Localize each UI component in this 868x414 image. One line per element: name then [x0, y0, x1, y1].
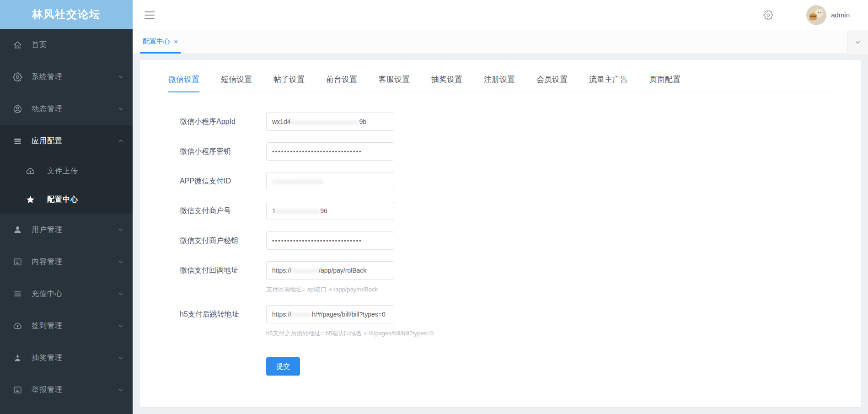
field-label: APP微信支付ID [180, 172, 266, 190]
tab-traffic-ads[interactable]: 流量主广告 [589, 74, 628, 92]
tab-service-settings[interactable]: 客服设置 [379, 74, 410, 92]
merchant-secret-input[interactable]: •••••••••••••••••••••••••••••• [266, 231, 394, 250]
input-value: h/#/pages/bill/bill?types=0 [312, 311, 386, 318]
sidebar-item-reports[interactable]: 举报管理 [0, 374, 133, 406]
tab-post-settings[interactable]: 帖子设置 [273, 74, 305, 92]
content-area: 微信设置 短信设置 帖子设置 前台设置 客服设置 抽奖设置 注册设置 会员设置 … [133, 54, 868, 414]
chevron-down-icon [117, 322, 124, 329]
sidebar-item-label: 动态管理 [32, 104, 63, 114]
redacted-value: xxxxxxxxxxxxxxxxxxxx [290, 118, 359, 125]
input-value: https:// [272, 311, 291, 318]
sidebar-item-users[interactable]: 用户管理 [0, 214, 133, 246]
tab-register-settings[interactable]: 注册设置 [484, 74, 515, 92]
sidebar-item-label: 系统管理 [32, 72, 63, 82]
field-label: 微信支付商户秘钥 [180, 231, 266, 250]
app-logo: 林风社交论坛 [0, 0, 133, 29]
tab-frontend-settings[interactable]: 前台设置 [326, 74, 357, 92]
input-value: https:// [272, 267, 291, 274]
field-label: 微信支付商户号 [180, 202, 266, 220]
submit-button[interactable]: 提交 [266, 357, 300, 376]
sidebar-item-file-upload[interactable]: 文件上传 [0, 157, 133, 185]
page-tab-label: 配置中心 [143, 37, 170, 46]
sidebar-item-content[interactable]: 内容管理 [0, 246, 133, 278]
form-row: APP微信支付ID xxxxxxxxxxxxxxx [180, 172, 861, 190]
form-row: 微信小程序密钥 •••••••••••••••••••••••••••••• [180, 142, 861, 161]
sidebar-item-label: 签到管理 [32, 321, 63, 331]
input-value: 96 [320, 207, 327, 215]
sidebar-item-label: 充值中心 [32, 289, 63, 299]
sidebar-item-label: 首页 [32, 40, 47, 50]
redacted-value: xxxxxx [291, 311, 312, 318]
avatar[interactable] [806, 5, 826, 25]
tab-page-config[interactable]: 页面配置 [649, 74, 680, 92]
masked-value: •••••••••••••••••••••••••••••• [272, 237, 362, 244]
form-row: 微信支付商户秘钥 •••••••••••••••••••••••••••••• [180, 231, 861, 250]
chevron-down-icon [117, 258, 124, 265]
h5-redirect-url-input[interactable]: https:// xxxxxx h/#/pages/bill/bill?type… [266, 305, 394, 323]
pay-callback-url-input[interactable]: https:// xxxxxxxx /app/pay/rolBack [266, 261, 394, 280]
input-value: /app/pay/rolBack [319, 267, 366, 274]
tab-wechat-settings[interactable]: 微信设置 [168, 74, 199, 92]
cloud-upload-icon [25, 166, 35, 176]
app-wxpay-id-input[interactable]: xxxxxxxxxxxxxxx [266, 172, 394, 190]
page-tab-config-center[interactable]: 配置中心 × [140, 30, 181, 54]
sidebar-item-moments[interactable]: 动态管理 [0, 93, 133, 125]
field-label: 微信小程序AppId [180, 113, 266, 131]
main-area: admin 配置中心 × 微信设置 短信设置 帖子设置 前台设置 客服设置 抽奖… [133, 0, 868, 414]
settings-card: 微信设置 短信设置 帖子设置 前台设置 客服设置 抽奖设置 注册设置 会员设置 … [140, 60, 861, 407]
sidebar-item-config-center[interactable]: 配置中心 [0, 185, 133, 214]
sidebar: 林风社交论坛 首页 系统管理 动态管理 [0, 0, 133, 414]
sidebar-item-home[interactable]: 首页 [0, 29, 133, 61]
sidebar-item-label: 内容管理 [32, 257, 63, 267]
form-row: 微信支付商户号 1 xxxxxxxxxxxxx 96 [180, 202, 861, 220]
topbar-right: admin [763, 5, 850, 25]
chevron-down-icon [117, 290, 124, 297]
sidebar-toggle-icon[interactable] [145, 11, 155, 19]
redacted-value: xxxxxxxxxxxxx [276, 208, 321, 215]
close-icon[interactable]: × [174, 38, 178, 45]
merchant-id-input[interactable]: 1 xxxxxxxxxxxxx 96 [266, 202, 394, 220]
tab-sms-settings[interactable]: 短信设置 [221, 74, 252, 92]
tab-lottery-settings[interactable]: 抽奖设置 [431, 74, 462, 92]
prize-user-icon [12, 353, 22, 363]
chevron-down-icon [117, 226, 124, 233]
field-hint: h5支付之后跳转地址= h5端访问域名 + /#/pages/bill/bill… [266, 329, 434, 338]
sidebar-item-label: 配置中心 [47, 195, 78, 204]
sidebar-item-label: 应用配置 [32, 136, 63, 146]
username[interactable]: admin [831, 11, 850, 19]
star-icon [25, 194, 35, 204]
wechat-settings-form: 微信小程序AppId wx1d4 xxxxxxxxxxxxxxxxxxxx 9b… [140, 92, 861, 376]
report-frame-icon [12, 385, 22, 395]
field-label: h5支付后跳转地址 [180, 305, 266, 338]
cloud-upload-icon [12, 321, 22, 331]
sidebar-item-label: 举报管理 [32, 385, 63, 395]
chevron-down-icon [117, 105, 124, 113]
sidebar-item-checkin[interactable]: 签到管理 [0, 310, 133, 342]
home-icon [12, 40, 22, 50]
input-value: 9b [359, 118, 366, 125]
tab-member-settings[interactable]: 会员设置 [536, 74, 568, 92]
sidebar-menu: 首页 系统管理 动态管理 [0, 29, 133, 406]
form-row: 微信小程序AppId wx1d4 xxxxxxxxxxxxxxxxxxxx 9b [180, 113, 861, 131]
wechat-secret-input[interactable]: •••••••••••••••••••••••••••••• [266, 142, 394, 161]
redacted-value: xxxxxxxxxxxxxxx [272, 178, 324, 185]
masked-value: •••••••••••••••••••••••••••••• [272, 148, 362, 155]
input-value: wx1d4 [272, 118, 290, 125]
tab-options-chevron-icon[interactable] [847, 30, 868, 54]
sidebar-item-label: 用户管理 [32, 225, 63, 235]
sidebar-group-app-config: 应用配置 文件上传 配置中心 [0, 125, 133, 214]
sidebar-item-label: 文件上传 [47, 167, 78, 176]
chevron-down-icon [117, 73, 124, 81]
topbar: admin [133, 0, 868, 30]
chevron-down-icon [117, 354, 124, 361]
sidebar-item-app-config[interactable]: 应用配置 [0, 125, 133, 157]
sidebar-item-recharge[interactable]: 充值中心 [0, 278, 133, 310]
content-frame-icon [12, 257, 22, 267]
wechat-appid-input[interactable]: wx1d4 xxxxxxxxxxxxxxxxxxxx 9b [266, 113, 394, 131]
form-row: h5支付后跳转地址 https:// xxxxxx h/#/pages/bill… [180, 305, 861, 338]
sidebar-item-lottery[interactable]: 抽奖管理 [0, 342, 133, 374]
settings-gear-icon[interactable] [763, 10, 773, 20]
sidebar-item-system[interactable]: 系统管理 [0, 61, 133, 93]
input-value: 1 [272, 207, 276, 215]
app-root: 林风社交论坛 首页 系统管理 动态管理 [0, 0, 868, 414]
